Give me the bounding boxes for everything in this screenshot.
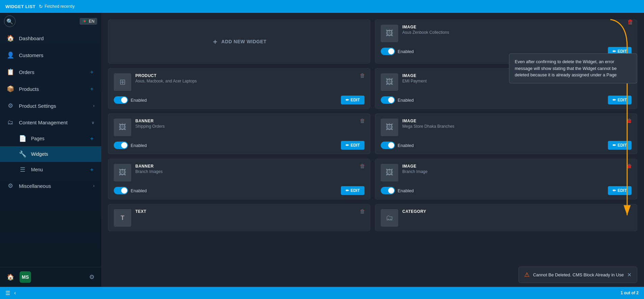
delete-top-right-icon[interactable]: 🗑: [627, 19, 634, 26]
card-header: T TEXT: [114, 209, 365, 227]
toggle-wrap: Enabled: [114, 96, 147, 104]
widget-thumbnail: ⊞: [114, 73, 131, 91]
widget-thumbnail: 🖼: [114, 164, 131, 181]
nav-menu: 🏠 Dashboard 👤 Customers 📋 Orders ＋ 📦: [0, 30, 101, 267]
delete-icon[interactable]: 🗑: [360, 208, 365, 215]
sidebar-item-label: Customers: [19, 52, 95, 58]
product-icon: ⊞: [119, 78, 126, 86]
sidebar-top: 🔍 🇧🇩 EN: [0, 13, 101, 30]
enabled-toggle[interactable]: [381, 48, 395, 55]
delete-icon[interactable]: 🗑: [627, 163, 632, 169]
delete-icon[interactable]: 🗑: [360, 73, 365, 79]
page-title: WIDGET LIST: [5, 4, 35, 9]
widget-type: IMAGE: [402, 119, 632, 123]
card-info: IMAGE Branch Image: [402, 164, 632, 174]
sidebar-item-menu[interactable]: ☰ Menu ＋: [0, 162, 101, 177]
back-button[interactable]: ‹: [14, 290, 16, 296]
card-footer: Enabled ✏ EDIT: [114, 96, 365, 104]
edit-button[interactable]: ✏ EDIT: [608, 141, 632, 150]
warning-icon: ⚠: [524, 271, 530, 278]
sidebar-footer: 🏠 MS ⚙: [0, 267, 101, 287]
card-header: ⊞ PRODUCT Asus, Macbook, and Acer Laptop…: [114, 73, 365, 91]
widget-name: Asus, Macbook, and Acer Laptops: [135, 79, 365, 83]
edit-button[interactable]: ✏ EDIT: [608, 96, 632, 104]
hamburger-icon[interactable]: ☰: [5, 290, 10, 296]
enabled-label: Enabled: [398, 49, 414, 54]
dashboard-icon: 🏠: [7, 34, 14, 42]
chevron-down-icon: ∨: [91, 120, 95, 125]
toggle-wrap: Enabled: [381, 96, 414, 104]
sidebar-item-pages[interactable]: 📄 Pages ＋: [0, 131, 101, 146]
sidebar-item-products[interactable]: 📦 Products ＋: [0, 80, 101, 97]
edit-button[interactable]: ✏ EDIT: [608, 186, 632, 195]
edit-label: EDIT: [351, 98, 360, 102]
card-footer: Enabled ✏ EDIT: [381, 141, 632, 150]
sidebar-item-product-settings[interactable]: ⚙ Product Settings ›: [0, 97, 101, 114]
delete-icon[interactable]: 🗑: [627, 118, 632, 124]
widget-name: Shipping Orders: [135, 124, 365, 129]
image-icon: 🖼: [386, 168, 393, 177]
edit-button[interactable]: ✏ EDIT: [341, 96, 365, 104]
widget-type: BANNER: [135, 164, 365, 169]
refresh-icon: ↻: [39, 4, 43, 9]
toast-message: Cannot Be Deleted. CMS Block Already in …: [533, 272, 624, 277]
orders-add-icon[interactable]: ＋: [89, 69, 95, 76]
image-icon: 🖼: [386, 29, 393, 38]
edit-icon: ✏: [613, 143, 616, 148]
edit-label: EDIT: [618, 188, 627, 193]
card-info: IMAGE Asus Zenbook Collections: [402, 25, 632, 35]
sidebar-sub-label: Menu: [31, 167, 84, 172]
content-management-icon: 🗂: [7, 119, 14, 126]
sidebar-item-customers[interactable]: 👤 Customers: [0, 47, 101, 64]
card-info: IMAGE Mega Store Dhaka Branches: [402, 119, 632, 129]
edit-button[interactable]: ✏ EDIT: [341, 141, 365, 150]
widget-type: TEXT: [135, 209, 365, 214]
home-bottom-icon[interactable]: 🏠: [7, 273, 14, 281]
brand-logo: MS: [20, 271, 31, 283]
sidebar-item-dashboard[interactable]: 🏠 Dashboard: [0, 30, 101, 47]
search-button[interactable]: 🔍: [4, 16, 16, 27]
lang-label: EN: [89, 19, 95, 24]
pages-add-icon[interactable]: ＋: [89, 135, 95, 142]
edit-button[interactable]: ✏ EDIT: [341, 186, 365, 195]
sidebar-item-orders[interactable]: 📋 Orders ＋: [0, 64, 101, 80]
language-selector[interactable]: 🇧🇩 EN: [80, 18, 97, 25]
card-footer: Enabled ✏ EDIT: [381, 186, 632, 195]
image-icon: 🖼: [386, 123, 393, 132]
error-toast: ⚠ Cannot Be Deleted. CMS Block Already i…: [518, 267, 637, 283]
edit-icon: ✏: [613, 188, 616, 193]
products-add-icon[interactable]: ＋: [89, 85, 95, 93]
orders-icon: 📋: [7, 68, 14, 76]
settings-bottom-icon[interactable]: ⚙: [89, 273, 95, 281]
enabled-toggle[interactable]: [381, 187, 395, 194]
delete-icon[interactable]: 🗑: [360, 163, 365, 169]
widget-card-image-branch: 🗑 🖼 IMAGE Branch Image Enabled: [375, 159, 637, 199]
card-footer: Enabled ✏ EDIT: [114, 141, 365, 150]
edit-label: EDIT: [618, 49, 627, 54]
sidebar-item-label: Miscellaneous: [19, 183, 88, 189]
enabled-toggle[interactable]: [114, 96, 128, 104]
menu-add-icon[interactable]: ＋: [89, 166, 95, 173]
enabled-toggle[interactable]: [114, 142, 128, 149]
sidebar-item-miscellaneous[interactable]: ⚙ Miscellaneous ›: [0, 177, 101, 194]
delete-icon[interactable]: 🗑: [360, 118, 365, 124]
enabled-toggle[interactable]: [114, 187, 128, 194]
edit-icon: ✏: [613, 98, 616, 102]
card-info: BANNER Shipping Orders: [135, 119, 365, 129]
edit-label: EDIT: [618, 98, 627, 102]
enabled-toggle[interactable]: [381, 96, 395, 104]
edit-icon: ✏: [613, 49, 616, 54]
sidebar-item-label: Content Management: [19, 120, 87, 125]
refresh-indicator[interactable]: ↻ Fetched recently: [39, 4, 75, 9]
product-settings-icon: ⚙: [7, 102, 14, 109]
sidebar-item-widgets[interactable]: 🔧 Widgets: [0, 146, 101, 162]
widget-type: CATEGORY: [402, 209, 632, 214]
sidebar-item-label: Product Settings: [19, 103, 88, 109]
card-info: BANNER Branch Images: [135, 164, 365, 174]
add-widget-card[interactable]: ＋ ADD NEW WIDGET: [108, 20, 370, 64]
widget-card-category: 🗂 CATEGORY: [375, 204, 637, 231]
toast-close-button[interactable]: ✕: [627, 272, 632, 278]
enabled-toggle[interactable]: [381, 142, 395, 149]
widget-thumbnail: 🖼: [381, 73, 398, 91]
sidebar-item-content-management[interactable]: 🗂 Content Management ∨: [0, 114, 101, 131]
